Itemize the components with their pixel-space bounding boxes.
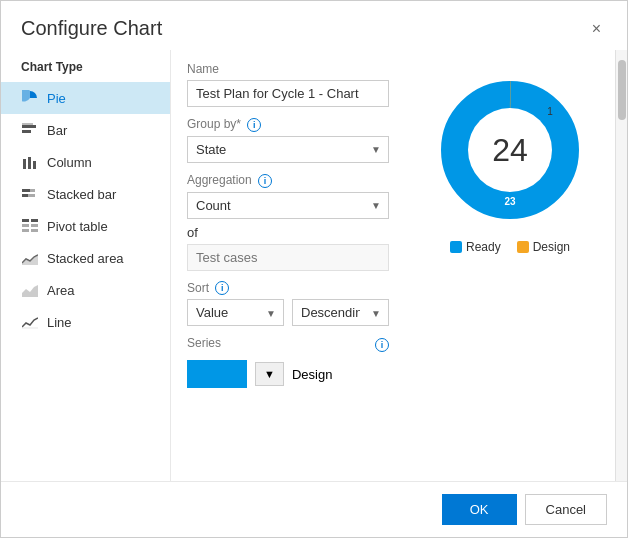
- pie-icon: [21, 89, 39, 107]
- chart-type-stacked-bar-label: Stacked bar: [47, 187, 116, 202]
- chart-type-label: Chart Type: [1, 60, 170, 82]
- sort-value-wrapper: Value Label ▼: [187, 299, 284, 326]
- close-button[interactable]: ×: [586, 19, 607, 39]
- aggregation-label: Aggregation i: [187, 173, 389, 188]
- legend-ready-dot: [450, 241, 462, 253]
- dialog-header: Configure Chart ×: [1, 1, 627, 50]
- chart-type-pie-label: Pie: [47, 91, 66, 106]
- sort-dir-wrapper: Descending Ascending ▼: [292, 299, 389, 326]
- sort-row: Value Label ▼ Descending Ascending ▼: [187, 299, 389, 326]
- dialog-body: Chart Type Pie: [1, 50, 627, 481]
- aggregation-info-icon: i: [258, 174, 272, 188]
- svg-rect-2: [22, 123, 33, 125]
- svg-rect-12: [22, 224, 29, 227]
- series-color-button[interactable]: [187, 360, 247, 388]
- chart-type-stacked-bar[interactable]: Stacked bar: [1, 178, 170, 210]
- svg-rect-13: [31, 224, 38, 227]
- series-row: ▼ Design: [187, 360, 389, 388]
- configure-chart-dialog: Configure Chart × Chart Type Pie: [0, 0, 628, 538]
- legend-design-label: Design: [533, 240, 570, 254]
- bar-icon: [21, 121, 39, 139]
- chart-type-pivot-table[interactable]: Pivot table: [1, 210, 170, 242]
- groupby-info-icon: i: [247, 118, 261, 132]
- stacked-bar-icon: [21, 185, 39, 203]
- svg-rect-0: [22, 125, 36, 128]
- svg-text:1: 1: [547, 106, 553, 117]
- sort-info-icon: i: [215, 281, 229, 295]
- legend-ready: Ready: [450, 240, 501, 254]
- sort-dir-select[interactable]: Descending Ascending: [292, 299, 389, 326]
- groupby-wrapper: State Priority Assigned To ▼: [187, 136, 389, 163]
- scrollbar-thumb[interactable]: [618, 60, 626, 120]
- series-header: Series i: [187, 336, 389, 354]
- chart-type-bar[interactable]: Bar: [1, 114, 170, 146]
- chart-legend: Ready Design: [450, 240, 570, 254]
- stacked-area-icon: [21, 249, 39, 267]
- cancel-button[interactable]: Cancel: [525, 494, 607, 525]
- chart-type-area[interactable]: Area: [1, 274, 170, 306]
- line-icon: [21, 313, 39, 331]
- chart-type-panel: Chart Type Pie: [1, 50, 171, 481]
- chart-type-pie[interactable]: Pie: [1, 82, 170, 114]
- chart-preview-panel: 23 1 24 Ready Design: [405, 50, 615, 481]
- chart-area: 23 1 24 Ready Design: [415, 60, 605, 254]
- of-input: [187, 244, 389, 271]
- aggregation-select[interactable]: Count Sum Average: [187, 192, 389, 219]
- svg-rect-8: [22, 194, 28, 197]
- pivot-table-icon: [21, 217, 39, 235]
- dialog-footer: OK Cancel: [1, 481, 627, 537]
- sort-value-select[interactable]: Value Label: [187, 299, 284, 326]
- svg-rect-9: [28, 194, 35, 197]
- series-design-label: Design: [292, 367, 332, 382]
- svg-rect-15: [31, 229, 38, 232]
- legend-design-dot: [517, 241, 529, 253]
- scrollbar[interactable]: [615, 50, 627, 481]
- legend-ready-label: Ready: [466, 240, 501, 254]
- form-panel: Name Group by* i State Priority Assigned…: [171, 50, 405, 481]
- svg-rect-6: [22, 189, 30, 192]
- chart-type-pivot-table-label: Pivot table: [47, 219, 108, 234]
- chart-type-column[interactable]: Column: [1, 146, 170, 178]
- chart-type-line-label: Line: [47, 315, 72, 330]
- svg-rect-5: [33, 161, 36, 169]
- column-icon: [21, 153, 39, 171]
- sort-label: Sort i: [187, 281, 389, 296]
- chart-total: 24: [492, 132, 528, 169]
- svg-rect-14: [22, 229, 29, 232]
- chart-type-line[interactable]: Line: [1, 306, 170, 338]
- chart-type-stacked-area[interactable]: Stacked area: [1, 242, 170, 274]
- svg-rect-1: [22, 130, 31, 133]
- svg-text:23: 23: [504, 196, 516, 207]
- dialog-title: Configure Chart: [21, 17, 162, 40]
- chart-type-stacked-area-label: Stacked area: [47, 251, 124, 266]
- groupby-select[interactable]: State Priority Assigned To: [187, 136, 389, 163]
- donut-chart: 23 1 24: [430, 70, 590, 230]
- svg-rect-10: [22, 219, 29, 222]
- legend-design: Design: [517, 240, 570, 254]
- svg-rect-4: [28, 157, 31, 169]
- name-label: Name: [187, 62, 389, 76]
- series-info-icon: i: [375, 338, 389, 352]
- chart-type-column-label: Column: [47, 155, 92, 170]
- ok-button[interactable]: OK: [442, 494, 517, 525]
- svg-rect-3: [23, 159, 26, 169]
- svg-rect-7: [30, 189, 35, 192]
- aggregation-wrapper: Count Sum Average ▼: [187, 192, 389, 219]
- series-label: Series: [187, 336, 221, 350]
- svg-rect-11: [31, 219, 38, 222]
- name-input[interactable]: [187, 80, 389, 107]
- groupby-label: Group by* i: [187, 117, 389, 132]
- series-dropdown-button[interactable]: ▼: [255, 362, 284, 386]
- area-icon: [21, 281, 39, 299]
- chart-type-area-label: Area: [47, 283, 74, 298]
- of-label: of: [187, 225, 389, 240]
- chart-type-bar-label: Bar: [47, 123, 67, 138]
